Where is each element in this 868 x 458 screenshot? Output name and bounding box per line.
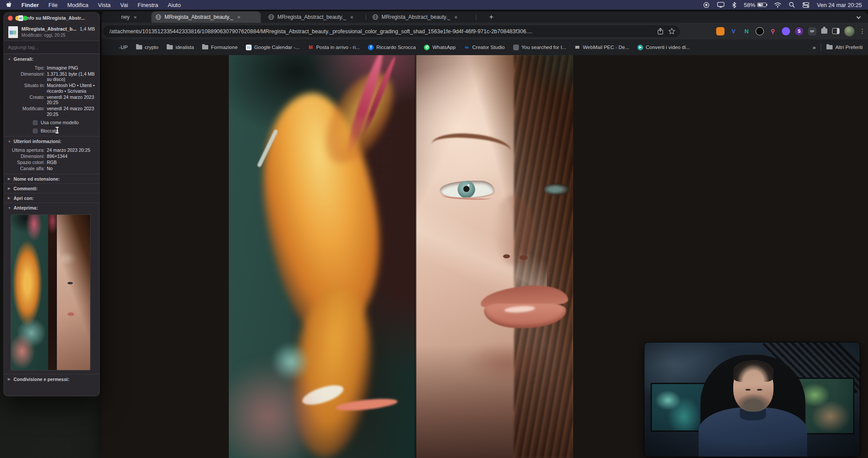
extensions-row: V N ⚲ S NF ⋮	[716, 25, 865, 37]
nf-extension-icon[interactable]: NF	[808, 27, 816, 35]
bookmark-gmail[interactable]: MPosta in arrivo - ri...	[308, 45, 360, 50]
zoom-button[interactable]	[23, 16, 28, 21]
checkbox-bloccato[interactable]: Bloccato	[33, 128, 96, 133]
tab-active[interactable]: MRregista_Abstract_beauty._ ×	[151, 11, 261, 23]
section-ulteriori-informazioni[interactable]: ▼ Ulteriori informazioni:	[4, 136, 99, 146]
spotlight-search-icon[interactable]	[789, 2, 795, 8]
info-window-titlebar[interactable]: Info su MRregista_Abstr...	[4, 13, 99, 23]
menu-item-vai[interactable]: Vai	[120, 2, 128, 8]
display-icon[interactable]	[717, 2, 724, 8]
wifi-icon[interactable]	[774, 2, 781, 8]
bookmark-folder-formazione[interactable]: Formazione	[202, 45, 238, 50]
tab-label: MRregista_Abstract_beauty._	[164, 14, 233, 20]
bookmark-converti-video[interactable]: ▶Converti i video di...	[637, 45, 690, 50]
extensions-puzzle-icon[interactable]	[821, 28, 827, 34]
tab-inactive[interactable]: MRregista_Abstract_beauty._ ×	[368, 11, 473, 23]
info-row: Dimensioni:1.371.351 byte (1,4 MB su dis…	[7, 71, 96, 82]
tab-close-icon[interactable]: ×	[133, 14, 138, 21]
url-text: /attachments/1013512335442333816/1088906…	[103, 28, 641, 35]
tab-close-icon[interactable]: ×	[349, 14, 354, 21]
checkbox-icon[interactable]	[33, 129, 38, 133]
tab-label: MRregista_Abstract_beauty._	[382, 14, 450, 20]
key-extension-icon[interactable]: ⚲	[769, 27, 777, 35]
section-generali[interactable]: ▼ Generali:	[4, 54, 99, 63]
bookmark-folder-idealista[interactable]: idealista	[167, 45, 194, 50]
tab-close-icon[interactable]: ×	[453, 14, 458, 21]
section-apri-con[interactable]: ▶ Apri con:	[4, 193, 99, 203]
folder-icon	[826, 45, 833, 49]
menu-item-vista[interactable]: Vista	[98, 2, 111, 8]
purple-s-extension-icon[interactable]: S	[795, 27, 803, 35]
artwork-face-panel	[416, 55, 573, 458]
bluetooth-icon[interactable]	[732, 2, 736, 8]
file-name: MRregista_Abstract_b...	[21, 26, 77, 31]
tab-close-icon[interactable]: ×	[236, 14, 242, 21]
bookmark-item[interactable]: -UP	[119, 45, 128, 50]
tab-inactive[interactable]: MRregista_Abstract_beauty._ ×	[264, 11, 363, 23]
info-row: Dimensioni:896×1344	[7, 154, 96, 159]
document-icon	[18, 15, 23, 21]
bookmark-folder-crypto[interactable]: crypto	[136, 45, 158, 50]
divider	[821, 44, 821, 51]
gmail-icon: M	[308, 45, 314, 50]
generali-rows: Tipo:Immagine PNG Dimensioni:1.371.351 b…	[4, 63, 99, 136]
bookmark-google-calendar[interactable]: 31Google Calendar -...	[246, 45, 300, 50]
menubar-clock[interactable]: Ven 24 mar 20:25	[817, 2, 862, 8]
bookmark-facebook[interactable]: fRiccardo Scrocca	[368, 45, 416, 50]
tab-strip: ney × MRregista_Abstract_beauty._ × MRre…	[102, 11, 868, 23]
profile-avatar[interactable]	[844, 26, 854, 36]
tab-partial[interactable]: ney ×	[117, 11, 142, 23]
tab-overflow-chevron-icon[interactable]	[857, 15, 861, 19]
convert-video-icon: ▶	[637, 45, 643, 50]
wallet-extension-icon[interactable]: V	[729, 27, 738, 35]
bookmark-webmail-pec[interactable]: ✉WebMail PEC - De...	[574, 45, 629, 50]
section-anteprima[interactable]: ▼ Anteprima:	[4, 203, 99, 212]
section-nome-ed-estensione[interactable]: ▶ Nome ed estensione:	[4, 174, 99, 183]
control-center-icon[interactable]	[802, 2, 809, 8]
artwork-image[interactable]	[229, 55, 573, 458]
menu-item-aiuto[interactable]: Aiuto	[168, 2, 181, 8]
nano-extension-icon[interactable]: N	[742, 27, 751, 35]
bookmark-whatsapp[interactable]: ✆WhatsApp	[424, 45, 455, 50]
phantom-extension-icon[interactable]	[782, 27, 790, 35]
generic-favicon	[513, 45, 519, 50]
battery-percent-label: 58%	[744, 2, 755, 8]
share-icon[interactable]	[657, 28, 664, 35]
battery-indicator[interactable]: 58% ϟ	[744, 2, 766, 8]
metamask-extension-icon[interactable]	[716, 27, 724, 35]
disclosure-triangle-icon: ▶	[8, 177, 11, 181]
checkbox-icon[interactable]	[33, 120, 38, 125]
section-condivisione-e-permessi[interactable]: ▶ Condivisione e permessi:	[4, 374, 99, 384]
info-row: Situato in:Macintosh HD • Utenti • ricca…	[7, 83, 96, 94]
meta-icon: ∞	[464, 45, 470, 50]
browser-menu-icon[interactable]: ⋮	[859, 28, 865, 35]
new-tab-button[interactable]: +	[486, 12, 496, 22]
menu-item-finder[interactable]: Finder	[21, 2, 39, 8]
url-bar[interactable]: /attachments/1013512335442333816/1088906…	[103, 25, 680, 37]
sidebar-toggle-icon[interactable]	[832, 28, 840, 34]
bookmark-you-searched[interactable]: You searched for I...	[513, 45, 567, 50]
close-button[interactable]	[8, 16, 13, 21]
bookmark-creator-studio[interactable]: ∞Creator Studio	[464, 45, 505, 50]
preview-abstract-half	[11, 215, 48, 370]
bookmarks-overflow-chevron[interactable]: »	[812, 44, 816, 51]
menu-item-modifica[interactable]: Modifica	[67, 2, 88, 8]
globe-favicon	[155, 14, 161, 20]
battery-icon: ϟ	[757, 3, 766, 7]
folder-icon	[167, 45, 173, 49]
facebook-icon: f	[368, 45, 374, 50]
bookmark-star-icon[interactable]	[668, 28, 676, 35]
apple-menu-icon[interactable]	[6, 1, 12, 8]
add-tags-input[interactable]	[4, 41, 99, 54]
dark-circle-extension-icon[interactable]	[756, 27, 764, 35]
menu-item-finestra[interactable]: Finestra	[138, 2, 158, 8]
section-commenti[interactable]: ▶ Commenti:	[4, 183, 99, 193]
other-bookmarks-folder[interactable]: Altri Preferiti	[826, 45, 863, 50]
google-calendar-icon: 31	[246, 45, 252, 50]
menu-item-file[interactable]: File	[49, 2, 58, 8]
checkbox-usa-come-modello[interactable]: Usa come modello	[33, 120, 96, 125]
info-row: Spazio colori:RGB	[7, 160, 96, 165]
info-row: Tipo:Immagine PNG	[7, 65, 96, 71]
screen-record-icon[interactable]	[703, 2, 710, 8]
file-thumbnail-icon	[8, 26, 18, 38]
